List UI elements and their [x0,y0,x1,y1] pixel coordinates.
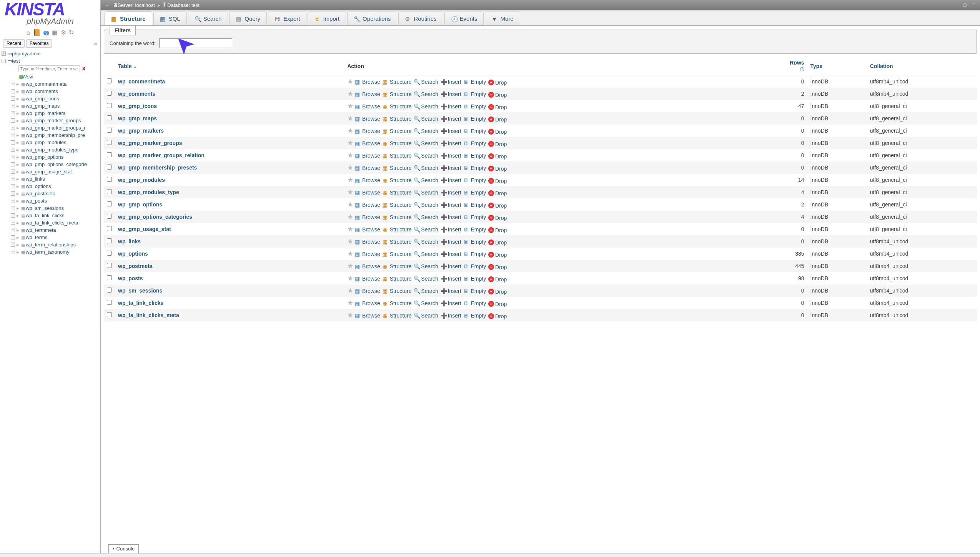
action-search[interactable]: 🔍Search [414,214,438,220]
tree-table[interactable]: +▸wp_sm_sessions [0,205,100,212]
action-drop[interactable]: −Drop [488,178,507,184]
expand-icon[interactable]: + [11,206,15,210]
expand-icon[interactable]: ▸ [17,103,21,109]
action-insert[interactable]: ➕Insert [441,251,461,257]
action-browse[interactable]: ▦Browse [355,300,380,306]
action-structure[interactable]: ▦Structure [383,226,412,233]
action-structure[interactable]: ▦Structure [383,190,412,196]
action-empty[interactable]: 🖥Empty [463,300,486,306]
expand-icon[interactable]: + [11,162,15,166]
action-empty[interactable]: 🖥Empty [463,165,486,171]
tree-table[interactable]: +▸wp_gmp_marker_groups [0,117,100,124]
collapse-icon[interactable]: − [2,59,6,63]
tree-table[interactable]: +▸wp_commentmeta [0,80,100,88]
action-structure[interactable]: ▦Structure [383,103,412,110]
tree-db[interactable]: − ▭ test [0,57,100,65]
table-name-link[interactable]: wp_ta_link_clicks [118,300,163,306]
tree-table[interactable]: +▸wp_options [0,183,100,190]
action-drop[interactable]: −Drop [488,276,507,283]
expand-icon[interactable]: + [11,177,15,181]
console-toggle[interactable]: ▪ Console [108,544,139,553]
tab-structure[interactable]: ▦Structure [105,12,152,25]
tree-table-label[interactable]: wp_gmp_usage_stat [26,169,72,175]
action-drop[interactable]: −Drop [488,190,507,196]
col-collation[interactable]: Collation [867,57,977,75]
action-empty[interactable]: 🖥Empty [463,140,486,146]
favorite-star-icon[interactable]: ★ [347,274,353,282]
tree-new[interactable]: ▦ New [0,73,100,80]
tree-table[interactable]: +▸wp_gmp_icons [0,95,100,102]
table-name-link[interactable]: wp_options [118,251,148,257]
action-search[interactable]: 🔍Search [414,202,438,208]
tree-table-label[interactable]: wp_postmeta [26,191,55,196]
favorite-star-icon[interactable]: ★ [347,250,353,258]
action-insert[interactable]: ➕Insert [441,263,461,269]
home-icon[interactable] [27,29,30,36]
action-browse[interactable]: ▦Browse [355,177,380,183]
tree-filter-input[interactable] [18,65,80,72]
action-browse[interactable]: ▦Browse [355,153,380,159]
row-checkbox[interactable] [107,152,112,157]
tree-table[interactable]: +▸wp_term_relationships [0,241,100,248]
action-drop[interactable]: −Drop [488,141,507,147]
expand-icon[interactable]: ▸ [17,147,21,153]
action-drop[interactable]: −Drop [488,129,507,135]
recent-button[interactable]: Recent [3,39,25,48]
table-name-link[interactable]: wp_gmp_options [118,201,162,208]
table-name-link[interactable]: wp_gmp_maps [118,115,157,121]
favorite-star-icon[interactable]: ★ [347,78,353,85]
expand-icon[interactable]: + [11,118,15,123]
tree-table[interactable]: +▸wp_gmp_modules_type [0,146,100,153]
favorite-star-icon[interactable]: ★ [347,225,353,233]
action-insert[interactable]: ➕Insert [441,190,461,196]
action-structure[interactable]: ▦Structure [383,91,412,97]
favorite-star-icon[interactable]: ★ [347,102,353,110]
action-search[interactable]: 🔍Search [414,177,438,183]
action-search[interactable]: 🔍Search [414,313,438,319]
row-checkbox[interactable] [107,263,112,268]
tree-table-label[interactable]: wp_term_relationships [26,242,76,248]
table-name-link[interactable]: wp_gmp_modules_type [118,189,179,195]
tree-table-label[interactable]: wp_gmp_markers [26,110,65,116]
action-insert[interactable]: ➕Insert [441,177,461,183]
tree-table[interactable]: +▸wp_gmp_marker_groups_r [0,124,100,131]
action-insert[interactable]: ➕Insert [441,116,461,122]
expand-icon[interactable]: ▸ [17,110,21,116]
action-browse[interactable]: ▦Browse [355,288,380,294]
row-checkbox[interactable] [107,214,112,219]
favorite-star-icon[interactable]: ★ [347,176,353,184]
expand-icon[interactable]: ▸ [17,96,21,101]
expand-icon[interactable]: + [11,250,15,254]
action-empty[interactable]: 🖥Empty [463,251,486,257]
breadcrumb-database[interactable]: Database: test [167,2,200,8]
tree-root[interactable]: + ▭ phpmyadmin [0,50,100,57]
action-search[interactable]: 🔍Search [414,165,438,171]
collapse-top-icon[interactable]: ⌃ [971,2,976,9]
action-browse[interactable]: ▦Browse [355,239,380,245]
tree-table-label[interactable]: wp_gmp_options_categorie [26,161,87,167]
expand-icon[interactable]: + [11,191,15,196]
action-empty[interactable]: 🖥Empty [463,288,486,294]
action-browse[interactable]: ▦Browse [355,226,380,233]
expand-icon[interactable]: ▸ [17,169,21,175]
action-drop[interactable]: −Drop [488,203,507,209]
action-insert[interactable]: ➕Insert [441,214,461,220]
action-empty[interactable]: 🖥Empty [463,153,486,159]
action-drop[interactable]: −Drop [488,80,507,86]
tree-table[interactable]: +▸wp_gmp_modules [0,139,100,146]
action-empty[interactable]: 🖥Empty [463,177,486,183]
action-search[interactable]: 🔍Search [414,91,438,97]
action-drop[interactable]: −Drop [488,252,507,258]
action-empty[interactable]: 🖥Empty [463,79,486,85]
expand-icon[interactable]: + [11,235,15,239]
action-empty[interactable]: 🖥Empty [463,190,486,196]
action-drop[interactable]: −Drop [488,227,507,233]
action-structure[interactable]: ▦Structure [383,214,412,220]
action-browse[interactable]: ▦Browse [355,140,380,146]
favorite-star-icon[interactable]: ★ [347,90,353,98]
action-structure[interactable]: ▦Structure [383,300,412,306]
action-drop[interactable]: −Drop [488,116,507,123]
expand-icon[interactable]: ▸ [17,161,21,167]
tree-table-label[interactable]: wp_gmp_icons [26,96,59,101]
action-insert[interactable]: ➕Insert [441,128,461,134]
